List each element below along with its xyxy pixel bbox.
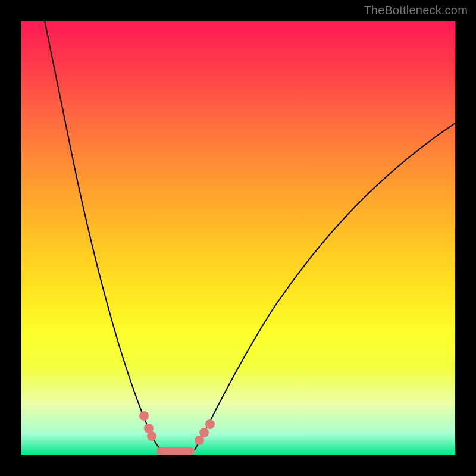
left-curve bbox=[45, 21, 164, 452]
floor-marker-bar bbox=[156, 447, 195, 455]
marker-dot bbox=[147, 431, 156, 441]
right-curve bbox=[193, 123, 455, 452]
curves-svg bbox=[21, 21, 455, 455]
plot-area bbox=[21, 21, 455, 455]
marker-dot bbox=[199, 428, 209, 437]
chart-frame: TheBottleneck.com bbox=[0, 0, 476, 476]
marker-dot bbox=[139, 411, 149, 421]
watermark-text: TheBottleneck.com bbox=[364, 4, 468, 17]
marker-dot bbox=[205, 419, 215, 429]
